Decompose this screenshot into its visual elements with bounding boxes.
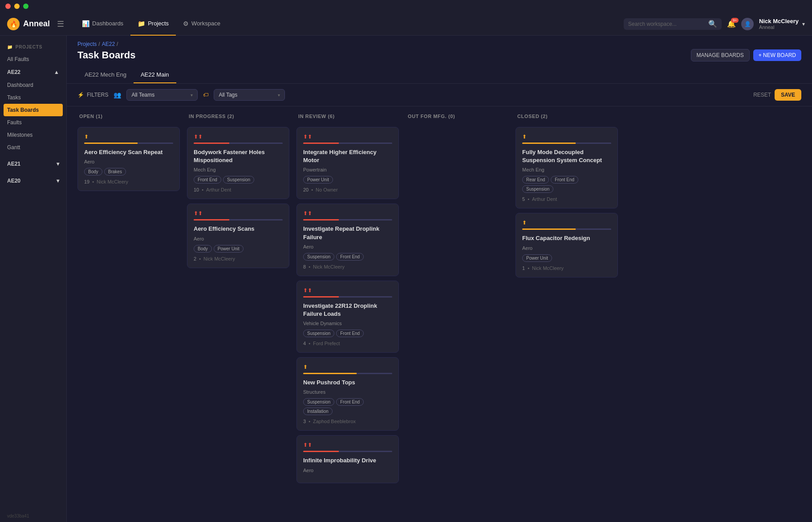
- search-icon: 🔍: [708, 20, 717, 28]
- all-faults-label: All Faults: [7, 56, 29, 62]
- user-info[interactable]: Nick McCleery Anneal ▾: [759, 18, 805, 30]
- filters-button[interactable]: ⚡ FILTERS: [77, 92, 108, 98]
- sidebar-item-gantt[interactable]: Gantt: [0, 141, 66, 154]
- card-title: Infinite Improbability Drive: [303, 457, 392, 465]
- user-chevron-icon: ▾: [802, 21, 805, 27]
- card-tag: Body: [84, 168, 102, 175]
- card-title: Investigate 22R12 Droplink Failure Loads: [303, 302, 392, 318]
- sidebar-section-title: 📁 PROJECTS: [0, 41, 66, 53]
- card[interactable]: ⬆⬆Investigate 22R12 Droplink Failure Loa…: [296, 281, 399, 353]
- tags-filter[interactable]: All Tags ▾: [214, 89, 285, 101]
- minimize-window-btn[interactable]: [14, 4, 20, 9]
- teams-filter-label: All Teams: [131, 92, 154, 98]
- card-title: New Pushrod Tops: [303, 379, 392, 387]
- projects-icon: 📁: [138, 20, 145, 27]
- reset-button[interactable]: RESET: [753, 92, 771, 98]
- card[interactable]: ⬆⬆Integrate Higher Efficiency MotorPower…: [296, 127, 399, 199]
- column-closed: CLOSED (2)⬆Fully Mode Decoupled Suspensi…: [516, 114, 618, 515]
- card-assignee: No Owner: [316, 187, 338, 192]
- priority-icon: ⬆: [522, 220, 611, 226]
- sidebar-group-ae22-label: AE22: [7, 69, 20, 75]
- breadcrumb-projects[interactable]: Projects: [77, 41, 97, 47]
- card-tag: Suspension: [303, 253, 334, 261]
- logo[interactable]: 🔥 Anneal: [7, 18, 50, 30]
- card-meta: 8•Nick McCleery: [303, 264, 392, 269]
- board: OPEN (1)⬆Aero Efficiency Scan RepeatAero…: [67, 106, 812, 522]
- column-in_progress: IN PROGRESS (2)⬆⬆Bodywork Fastener Holes…: [187, 114, 289, 515]
- logo-icon: 🔥: [7, 18, 20, 30]
- card-tags: SuspensionFront EndInstallation: [303, 398, 392, 415]
- card[interactable]: ⬆⬆Aero Efficiency ScansAeroBodyPower Uni…: [187, 204, 289, 268]
- maximize-window-btn[interactable]: [23, 4, 28, 9]
- hamburger-menu[interactable]: ☰: [57, 19, 64, 29]
- card-meta: 4•Ford Prefect: [303, 341, 392, 346]
- sidebar-item-dashboard[interactable]: Dashboard: [0, 79, 66, 91]
- sidebar-item-task-boards[interactable]: Task Boards: [4, 104, 63, 116]
- card-tag: Power Unit: [303, 176, 333, 184]
- column-header-in_progress: IN PROGRESS (2): [187, 114, 289, 122]
- sidebar-group-ae21-header[interactable]: AE21 ▾: [0, 157, 66, 171]
- card[interactable]: ⬆Flux Capacitor RedesignAeroPower Unit1•…: [516, 213, 618, 277]
- teams-filter[interactable]: All Teams ▾: [126, 89, 198, 101]
- tab-ae22-main[interactable]: AE22 Main: [134, 67, 176, 83]
- card-tag: Front End: [336, 253, 364, 261]
- sidebar-group-ae22: AE22 ▲ Dashboard Tasks Task Boards Fault…: [0, 65, 66, 154]
- column-header-in_review: IN REVIEW (6): [296, 114, 399, 122]
- card-assignee: Nick McCleery: [313, 264, 345, 269]
- ae21-chevron-icon: ▾: [57, 161, 59, 167]
- column-cards-closed: ⬆Fully Mode Decoupled Suspension System …: [516, 127, 618, 281]
- new-board-button[interactable]: + NEW BOARD: [753, 49, 801, 61]
- filters-bar: ⚡ FILTERS 👥 All Teams ▾ 🏷 All Tags ▾ RES…: [67, 84, 812, 106]
- folder-icon: 📁: [7, 45, 13, 49]
- nav-workspace[interactable]: ⚙ Workspace: [176, 12, 227, 36]
- card-title: Bodywork Fastener Holes Mispositioned: [194, 148, 283, 164]
- card-number: 5: [522, 196, 525, 202]
- workspace-icon: ⚙: [183, 20, 189, 27]
- tab-ae22-mech-eng[interactable]: AE22 Mech Eng: [77, 67, 134, 83]
- save-button[interactable]: SAVE: [775, 89, 801, 101]
- priority-bar: [303, 373, 392, 374]
- card-assignee: Arthur Dent: [532, 196, 557, 202]
- card-number: 2: [194, 256, 196, 261]
- priority-bar: [303, 451, 392, 452]
- card[interactable]: ⬆New Pushrod TopsStructuresSuspensionFro…: [296, 357, 399, 431]
- close-window-btn[interactable]: [5, 4, 11, 9]
- page-title: Task Boards: [77, 49, 135, 61]
- separator: •: [199, 256, 201, 261]
- breadcrumb-ae22[interactable]: AE22: [102, 41, 115, 47]
- card-tag: Body: [194, 245, 212, 253]
- user-avatar: 👤: [741, 18, 754, 30]
- manage-boards-button[interactable]: MANAGE BOARDS: [691, 49, 750, 61]
- card-tag: Front End: [336, 330, 364, 337]
- column-header-closed: CLOSED (2): [516, 114, 618, 122]
- column-in_review: IN REVIEW (6)⬆⬆Integrate Higher Efficien…: [296, 114, 399, 515]
- sidebar-item-tasks[interactable]: Tasks: [0, 91, 66, 104]
- card[interactable]: ⬆Fully Mode Decoupled Suspension System …: [516, 127, 618, 208]
- card[interactable]: ⬆⬆Investigate Repeat Droplink FailureAer…: [296, 204, 399, 276]
- ae22-chevron-icon: ▲: [54, 69, 59, 75]
- card[interactable]: ⬆⬆Bodywork Fastener Holes MispositionedM…: [187, 127, 289, 199]
- card[interactable]: ⬆⬆Infinite Improbability DriveAero: [296, 435, 399, 483]
- card-tag: Brakes: [104, 168, 126, 175]
- card[interactable]: ⬆Aero Efficiency Scan RepeatAeroBodyBrak…: [77, 127, 180, 191]
- priority-icon: ⬆⬆: [303, 442, 392, 448]
- teams-chevron-icon: ▾: [191, 93, 193, 98]
- nav-dashboards[interactable]: 📊 Dashboards: [75, 12, 130, 36]
- card-meta: 5•Arthur Dent: [522, 196, 611, 202]
- search-bar[interactable]: 🔍: [624, 18, 722, 30]
- sidebar-group-ae22-header[interactable]: AE22 ▲: [0, 65, 66, 79]
- sidebar-group-ae21-label: AE21: [7, 161, 20, 167]
- notifications-btn[interactable]: 🔔 9+: [727, 20, 736, 28]
- sidebar-item-milestones[interactable]: Milestones: [0, 129, 66, 141]
- card-tag: Front End: [336, 398, 364, 406]
- search-input[interactable]: [628, 18, 705, 30]
- dashboards-icon: 📊: [82, 20, 89, 27]
- nav-projects[interactable]: 📁 Projects: [130, 12, 176, 36]
- sidebar-item-faults[interactable]: Faults: [0, 116, 66, 129]
- sidebar-group-ae20-header[interactable]: AE20 ▾: [0, 174, 66, 188]
- priority-bar: [303, 143, 392, 144]
- sidebar-item-all-faults[interactable]: All Faults: [0, 53, 66, 65]
- card-team: Aero: [303, 244, 392, 249]
- user-name: Nick McCleery: [759, 18, 799, 24]
- card-meta: 20•No Owner: [303, 187, 392, 192]
